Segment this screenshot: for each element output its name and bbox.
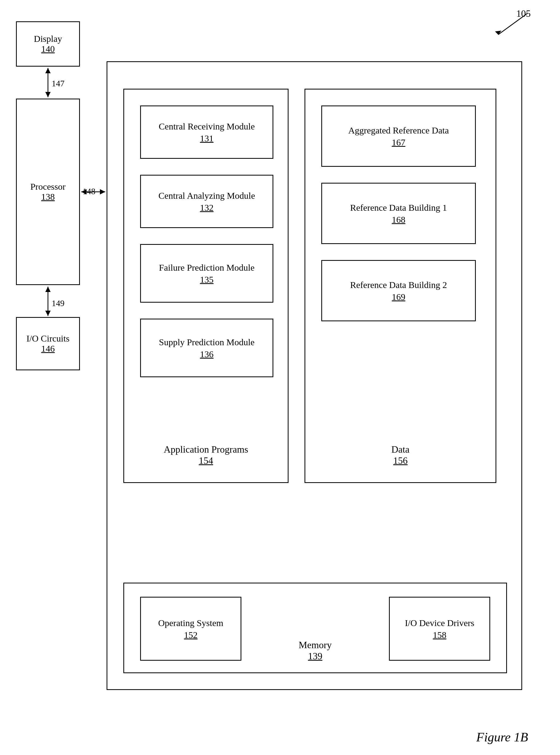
io-circuits-box: I/O Circuits 146: [16, 317, 80, 370]
memory-label-area: Memory 139: [299, 639, 332, 662]
data-section-text: Data: [305, 444, 496, 455]
aggregated-ref-data-box: Aggregated Reference Data 167: [321, 105, 476, 167]
ref-data-building2-box: Reference Data Building 2 169: [321, 260, 476, 321]
supply-prediction-ref: 136: [200, 349, 214, 359]
svg-marker-3: [45, 68, 51, 73]
io-drivers-label: I/O Device Drivers: [405, 617, 475, 629]
data-section-ref: 156: [305, 455, 496, 466]
svg-marker-10: [45, 311, 51, 316]
aggregated-ref-data-label: Aggregated Reference Data: [348, 125, 449, 136]
ref-data-building2-label: Reference Data Building 2: [350, 279, 447, 291]
svg-marker-4: [45, 92, 51, 97]
ref-105-label: 105: [516, 8, 531, 19]
display-ref: 140: [41, 44, 55, 54]
figure-caption: Figure 1B: [476, 730, 528, 744]
central-receiving-module-box: Central Receiving Module 131: [140, 105, 273, 159]
central-analyzing-module-box: Central Analyzing Module 132: [140, 175, 273, 228]
failure-prediction-module-box: Failure Prediction Module 135: [140, 244, 273, 303]
central-analyzing-ref: 132: [200, 203, 214, 213]
supply-prediction-label: Supply Prediction Module: [159, 336, 255, 348]
processor-ref: 138: [41, 192, 55, 202]
os-box: Operating System 152: [140, 597, 241, 661]
data-box: Aggregated Reference Data 167 Reference …: [304, 89, 496, 483]
svg-marker-1: [495, 31, 501, 35]
arrow-149-label: 149: [52, 298, 64, 308]
app-programs-box: Central Receiving Module 131 Central Ana…: [123, 89, 288, 483]
io-circuits-ref: 146: [41, 344, 55, 354]
memory-outer-box: Operating System 152 I/O Device Drivers …: [123, 583, 507, 673]
memory-text: Memory: [299, 639, 332, 651]
os-ref: 152: [184, 630, 198, 640]
display-box: Display 140: [16, 21, 80, 66]
io-drivers-ref: 158: [433, 630, 446, 640]
ref-data-building1-ref: 168: [392, 215, 405, 225]
aggregated-ref-data-ref: 167: [392, 137, 405, 147]
central-analyzing-label: Central Analyzing Module: [159, 190, 255, 202]
central-receiving-ref: 131: [200, 134, 214, 144]
ref-data-building1-box: Reference Data Building 1 168: [321, 183, 476, 244]
processor-box: Processor 138: [16, 99, 80, 285]
ref-data-building2-ref: 169: [392, 292, 405, 302]
os-label: Operating System: [158, 617, 223, 629]
svg-marker-7: [100, 189, 105, 195]
failure-prediction-ref: 135: [200, 275, 214, 285]
app-programs-ref: 154: [124, 455, 288, 466]
data-section-label-area: Data 156: [305, 444, 496, 466]
supply-prediction-module-box: Supply Prediction Module 136: [140, 319, 273, 377]
io-circuits-label: I/O Circuits: [26, 334, 69, 344]
memory-ref: 139: [299, 651, 332, 662]
failure-prediction-label: Failure Prediction Module: [159, 262, 255, 274]
app-programs-text: Application Programs: [124, 444, 288, 455]
io-drivers-box: I/O Device Drivers 158: [389, 597, 490, 661]
svg-marker-9: [45, 287, 51, 292]
processor-label: Processor: [31, 182, 65, 192]
display-label: Display: [34, 34, 62, 44]
arrow-148-label: 148: [83, 186, 95, 196]
main-outer-box: Central Receiving Module 131 Central Ana…: [106, 61, 522, 690]
ref-data-building1-label: Reference Data Building 1: [350, 202, 447, 214]
arrow-147-label: 147: [52, 79, 64, 88]
app-programs-label-area: Application Programs 154: [124, 444, 288, 466]
central-receiving-label: Central Receiving Module: [159, 121, 255, 133]
